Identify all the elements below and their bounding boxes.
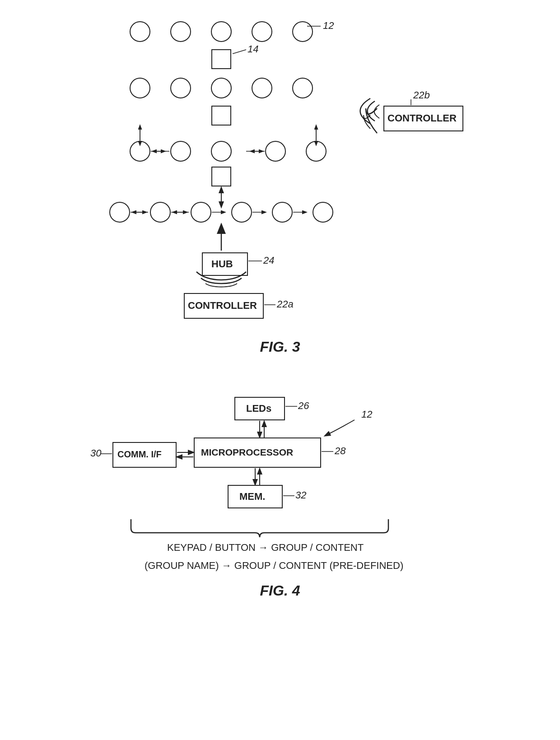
svg-rect-6	[212, 50, 231, 69]
fig4-section: 12 LEDs 26 MICROPROCESSOR 28 C	[0, 370, 560, 740]
keypad-text: KEYPAD / BUTTON → GROUP / CONTENT	[167, 542, 364, 553]
svg-point-2	[211, 22, 231, 42]
svg-point-38	[232, 202, 252, 222]
svg-point-3	[252, 22, 272, 42]
svg-rect-29	[212, 167, 231, 186]
svg-point-10	[211, 78, 231, 98]
ref-24-label: 24	[263, 255, 274, 266]
fig3-section: 12 14 CO	[0, 0, 560, 370]
svg-point-24	[306, 141, 326, 161]
group-name-text: (GROUP NAME) → GROUP / CONTENT (PRE-DEFI…	[145, 560, 403, 571]
svg-point-16	[130, 141, 150, 161]
svg-point-0	[130, 22, 150, 42]
svg-point-36	[191, 202, 211, 222]
ref-26-label: 26	[298, 400, 309, 411]
microprocessor-label-text: MICROPROCESSOR	[201, 447, 293, 457]
ref-12-label: 12	[323, 20, 334, 31]
ref-30-label: 30	[90, 447, 102, 459]
svg-rect-13	[212, 106, 231, 125]
svg-point-9	[171, 78, 191, 98]
fig3-svg: 12 14 CO	[86, 9, 474, 334]
svg-point-19	[171, 141, 191, 161]
ref-14-label: 14	[247, 43, 258, 55]
svg-point-33	[150, 202, 170, 222]
mem-label-text: MEM.	[239, 491, 265, 502]
controller-22a-text: CONTROLLER	[188, 300, 257, 311]
comm-if-label-text: COMM. I/F	[117, 449, 162, 459]
page: 12 14 CO	[0, 0, 560, 740]
hub-label-text: HUB	[211, 258, 233, 270]
leds-label-text: LEDs	[246, 403, 271, 414]
controller-22b-text: CONTROLLER	[387, 112, 457, 124]
ref-22a-label: 22a	[276, 298, 294, 310]
ref-32-label: 32	[295, 489, 306, 501]
svg-point-20	[211, 141, 231, 161]
svg-line-7	[233, 50, 246, 54]
ref-28-label: 28	[334, 445, 346, 456]
fig4-svg: 12 LEDs 26 MICROPROCESSOR 28 C	[86, 384, 474, 637]
svg-point-11	[252, 78, 272, 98]
svg-point-4	[293, 22, 313, 42]
svg-point-8	[130, 78, 150, 98]
ref-22b-label: 22b	[413, 89, 430, 101]
svg-point-1	[171, 22, 191, 42]
svg-point-30	[110, 202, 130, 222]
svg-point-12	[293, 78, 313, 98]
ref-12-fig4: 12	[361, 409, 372, 420]
svg-point-42	[313, 202, 333, 222]
fig3-label: FIG. 3	[0, 339, 560, 355]
svg-point-23	[266, 141, 285, 161]
svg-point-40	[272, 202, 292, 222]
